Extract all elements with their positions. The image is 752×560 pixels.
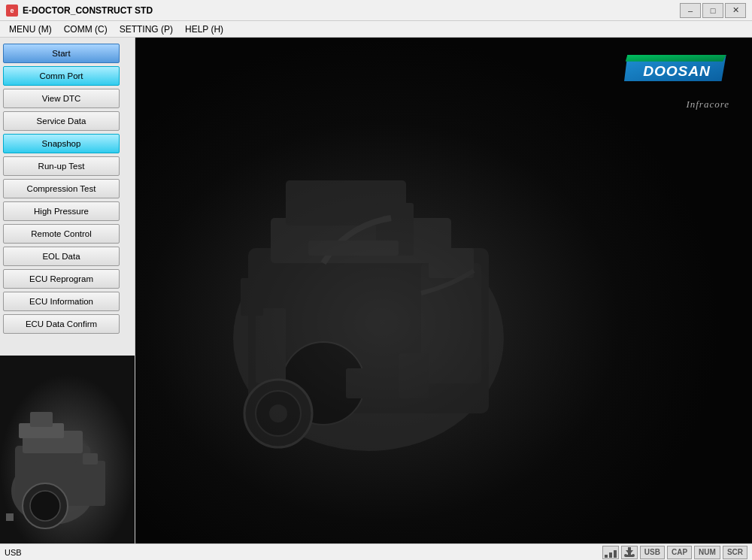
minimize-button[interactable]: – <box>680 3 701 18</box>
engine-background <box>135 38 752 543</box>
doosan-logo: DOOSAN Infracore <box>624 53 729 110</box>
menu-item-c[interactable]: COMM (C) <box>58 23 114 36</box>
svg-point-37 <box>624 554 627 557</box>
menu-item-p[interactable]: SETTING (P) <box>114 23 179 36</box>
view-dtc-button[interactable]: View DTC <box>3 89 120 108</box>
title-bar: e E-DOCTOR_CONSTRUCT STD – □ ✕ <box>0 0 752 21</box>
status-right-area: USB CAP NUM SCR <box>602 546 747 559</box>
svg-rect-20 <box>241 278 263 316</box>
remote-control-button[interactable]: Remote Control <box>3 224 120 244</box>
svg-rect-22 <box>308 241 399 256</box>
svg-point-5 <box>30 491 60 521</box>
ecu-data-confirm-button[interactable]: ECU Data Confirm <box>3 314 120 334</box>
usb-icon-svg <box>623 547 635 558</box>
main-container: Start Comm Port View DTC Service Data Sn… <box>0 38 752 543</box>
maximize-button[interactable]: □ <box>702 3 723 18</box>
background-engine-svg <box>135 38 752 543</box>
svg-rect-6 <box>75 461 105 506</box>
compression-test-button[interactable]: Compression Test <box>3 179 120 198</box>
svg-marker-29 <box>626 55 726 62</box>
cap-badge: CAP <box>667 546 692 559</box>
svg-rect-9 <box>30 412 53 427</box>
app-icon: e <box>6 5 18 17</box>
run-up-test-button[interactable]: Run-up Test <box>3 156 120 176</box>
sidebar-engine-image <box>0 356 135 543</box>
usb-badge: USB <box>640 546 665 559</box>
network-icon <box>602 546 619 559</box>
status-usb-label: USB <box>5 548 22 557</box>
start-button[interactable]: Start <box>3 44 120 63</box>
eol-data-button[interactable]: EOL Data <box>3 247 120 266</box>
ecu-information-button[interactable]: ECU Information <box>3 292 120 311</box>
sidebar-engine-svg <box>0 356 135 543</box>
svg-rect-33 <box>614 550 617 558</box>
snapshop-button[interactable]: Snapshop <box>3 134 120 153</box>
content-area: DOOSAN Infracore <box>135 38 752 543</box>
svg-text:DOOSAN: DOOSAN <box>643 63 711 79</box>
infracore-text: Infracore <box>624 98 729 110</box>
menu-bar: MENU (M) COMM (C) SETTING (P) HELP (H) <box>0 21 752 38</box>
scroll-indicator <box>6 513 14 521</box>
title-bar-left: e E-DOCTOR_CONSTRUCT STD <box>6 5 153 17</box>
scr-badge: SCR <box>723 546 747 559</box>
svg-rect-7 <box>83 453 98 465</box>
svg-rect-32 <box>609 552 612 558</box>
svg-marker-35 <box>626 550 633 555</box>
sidebar: Start Comm Port View DTC Service Data Sn… <box>0 38 135 543</box>
svg-rect-19 <box>256 308 286 383</box>
svg-point-25 <box>269 404 287 422</box>
app-title: E-DOCTOR_CONSTRUCT STD <box>23 5 153 16</box>
status-bar: USB USB CAP NUM SCR <box>0 543 752 560</box>
comm-port-button[interactable]: Comm Port <box>3 66 120 86</box>
doosan-logo-svg: DOOSAN <box>624 53 729 94</box>
menu-item-m[interactable]: MENU (M) <box>3 23 58 36</box>
svg-rect-31 <box>605 555 608 558</box>
window-controls: – □ ✕ <box>680 3 746 18</box>
svg-rect-27 <box>399 353 429 398</box>
usb-icon <box>621 546 638 559</box>
svg-rect-26 <box>346 368 391 398</box>
ecu-reprogram-button[interactable]: ECU Reprogram <box>3 269 120 289</box>
num-badge: NUM <box>694 546 720 559</box>
svg-point-38 <box>632 554 635 557</box>
close-button[interactable]: ✕ <box>725 3 746 18</box>
menu-item-h[interactable]: HELP (H) <box>179 23 229 36</box>
high-pressure-button[interactable]: High Pressure <box>3 201 120 221</box>
service-data-button[interactable]: Service Data <box>3 111 120 131</box>
network-icon-svg <box>605 547 617 558</box>
